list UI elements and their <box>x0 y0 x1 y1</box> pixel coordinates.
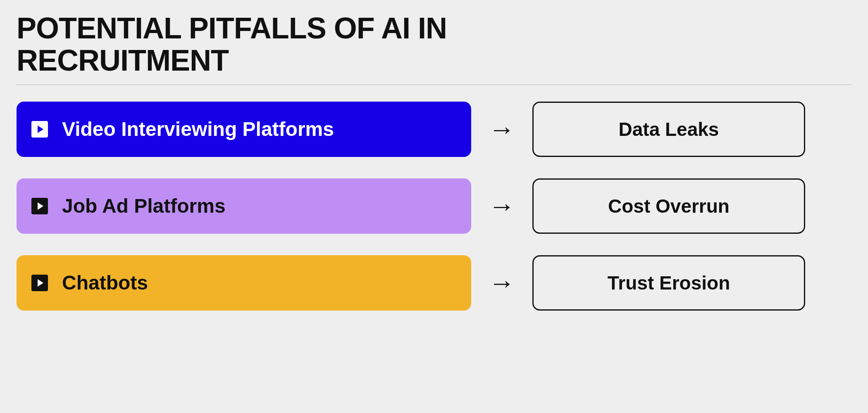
arrow-right-icon: → <box>484 268 520 298</box>
outcome-pill-trust-erosion: Trust Erosion <box>532 255 805 311</box>
source-pill-video-interviewing: Video Interviewing Platforms <box>17 102 471 157</box>
source-label: Job Ad Platforms <box>62 195 226 217</box>
outcome-label: Trust Erosion <box>608 272 730 294</box>
source-label: Video Interviewing Platforms <box>62 118 334 140</box>
play-icon <box>31 198 48 214</box>
source-label: Chatbots <box>62 271 148 294</box>
slide-title: POTENTIAL PITFALLS OF AI IN RECRUITMENT <box>17 12 554 84</box>
source-pill-job-ad-platforms: Job Ad Platforms <box>17 178 471 234</box>
play-icon <box>31 275 48 291</box>
diagram-rows: Video Interviewing Platforms → Data Leak… <box>17 102 851 311</box>
slide: POTENTIAL PITFALLS OF AI IN RECRUITMENT … <box>0 0 868 413</box>
outcome-label: Cost Overrun <box>608 195 730 217</box>
outcome-pill-data-leaks: Data Leaks <box>532 102 805 157</box>
play-icon <box>31 121 48 138</box>
outcome-label: Data Leaks <box>619 118 719 140</box>
diagram-row: Video Interviewing Platforms → Data Leak… <box>17 102 851 157</box>
arrow-right-icon: → <box>484 114 520 145</box>
diagram-row: Job Ad Platforms → Cost Overrun <box>17 178 851 234</box>
outcome-pill-cost-overrun: Cost Overrun <box>532 178 805 234</box>
source-pill-chatbots: Chatbots <box>17 255 471 311</box>
title-container: POTENTIAL PITFALLS OF AI IN RECRUITMENT <box>17 12 851 85</box>
arrow-right-icon: → <box>484 191 520 221</box>
diagram-row: Chatbots → Trust Erosion <box>17 255 851 311</box>
